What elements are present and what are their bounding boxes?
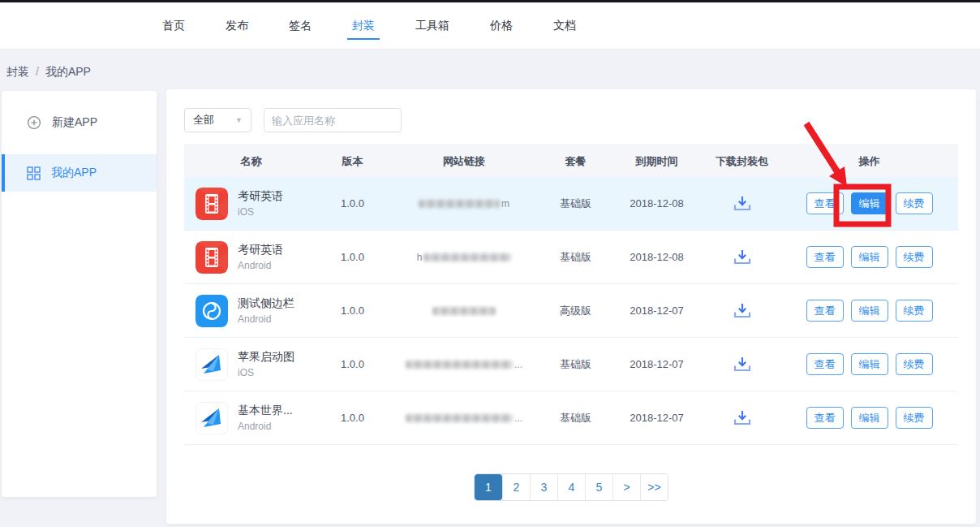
view-button[interactable]: 查看 (806, 246, 844, 268)
nav-item-link[interactable]: 首页 (157, 2, 190, 49)
nav-item-link[interactable]: 发布 (221, 2, 253, 49)
app-name-cell: 测试侧边栏Android (184, 295, 318, 327)
app-name-cell: 基本世界...Android (184, 402, 318, 434)
renew-button[interactable]: 续费 (896, 353, 933, 375)
download-cell[interactable] (703, 409, 780, 426)
app-version: 1.0.0 (318, 251, 387, 263)
app-platform: iOS (238, 206, 283, 218)
table-header-row: 名称版本网站链接套餐到期时间下载封装包操作 (184, 145, 958, 177)
breadcrumb-item-my-app: 我的APP (45, 65, 91, 78)
renew-button[interactable]: 续费 (896, 407, 933, 429)
next-page-button[interactable]: > (612, 474, 640, 500)
app-name: 测试侧边栏 (238, 296, 294, 311)
nav-item-link[interactable]: 签名 (284, 2, 316, 49)
download-icon[interactable] (733, 302, 752, 319)
nav-item-link[interactable]: 文档 (548, 2, 581, 49)
app-name-cell: 考研英语iOS (184, 188, 318, 220)
breadcrumb-item-package[interactable]: 封装 (6, 65, 29, 78)
blurred-url (406, 361, 513, 369)
edit-button[interactable]: 编辑 (851, 407, 888, 429)
blurred-url (406, 414, 513, 422)
app-name: 考研英语 (238, 189, 283, 204)
download-cell[interactable] (703, 356, 780, 373)
website-link-cell: ... (387, 359, 541, 370)
page-button-4[interactable]: 4 (557, 474, 585, 500)
view-button[interactable]: 查看 (806, 407, 844, 429)
toolbar: 全部 ▼ (184, 108, 402, 132)
app-version: 1.0.0 (318, 412, 387, 424)
film-app-icon (196, 188, 228, 220)
link-visible-suffix: m (501, 198, 509, 210)
table-row: 考研英语Android1.0.0h基础版2018-12-08查看编辑续费 (184, 231, 958, 284)
link-visible-prefix: h (417, 252, 423, 263)
app-version: 1.0.0 (318, 358, 387, 370)
page-button-1[interactable]: 1 (475, 474, 502, 500)
plus-circle-icon (27, 115, 41, 130)
filter-select-value: 全部 (193, 113, 214, 127)
nav-list: 首页发布签名封装工具箱价格文档 (157, 2, 980, 49)
expiry-date: 2018-12-07 (610, 305, 703, 317)
app-name: 考研英语 (238, 243, 283, 257)
edit-button[interactable]: 编辑 (851, 300, 888, 322)
search-box (264, 108, 402, 132)
page-button-5[interactable]: 5 (585, 474, 612, 500)
table-row: 测试侧边栏Android1.0.0高级版2018-12-07查看编辑续费 (184, 284, 958, 338)
blurred-url (432, 307, 496, 315)
nav-item-link[interactable]: 价格 (485, 2, 518, 49)
apps-table: 名称版本网站链接套餐到期时间下载封装包操作 考研英语iOS1.0.0m基础版20… (184, 145, 958, 445)
download-icon[interactable] (733, 409, 752, 426)
actions-cell: 查看编辑续费 (780, 300, 958, 322)
paper-plane-app-icon (196, 348, 228, 381)
expiry-date: 2018-12-08 (610, 251, 703, 263)
pagination: 12345>>> (474, 473, 668, 501)
edit-button[interactable]: 编辑 (851, 353, 888, 375)
renew-button[interactable]: 续费 (896, 192, 933, 214)
column-header: 操作 (780, 154, 958, 169)
renew-button[interactable]: 续费 (896, 246, 933, 268)
download-icon[interactable] (733, 248, 752, 266)
edit-button[interactable]: 编辑 (851, 246, 888, 268)
app-version: 1.0.0 (318, 197, 387, 210)
download-icon[interactable] (733, 356, 752, 373)
app-version: 1.0.0 (318, 305, 387, 317)
page-button-2[interactable]: 2 (502, 474, 530, 500)
actions-cell: 查看编辑续费 (780, 192, 958, 214)
column-header: 下载封装包 (703, 154, 780, 169)
sidebar-item-label: 新建APP (52, 115, 97, 130)
download-cell[interactable] (703, 248, 780, 266)
package-tier: 基础版 (541, 250, 610, 265)
edit-button[interactable]: 编辑 (851, 192, 888, 214)
app-platform: Android (238, 260, 283, 271)
chevron-down-icon: ▼ (235, 116, 243, 124)
column-header: 套餐 (541, 154, 610, 169)
sidebar-item[interactable]: 我的APP (2, 154, 157, 192)
package-tier: 基础版 (541, 411, 610, 425)
download-cell[interactable] (703, 302, 780, 319)
filter-select[interactable]: 全部 ▼ (184, 108, 251, 132)
last-page-button[interactable]: >> (640, 474, 668, 500)
page-button-3[interactable]: 3 (530, 474, 557, 500)
download-cell[interactable] (703, 195, 780, 212)
sphere-app-icon (196, 295, 228, 327)
sidebar: 新建APP我的APP (2, 91, 157, 497)
actions-cell: 查看编辑续费 (780, 407, 958, 429)
view-button[interactable]: 查看 (806, 300, 844, 322)
website-link-cell: h (387, 252, 541, 263)
package-tier: 基础版 (541, 197, 610, 211)
nav-item-active[interactable]: 封装 (347, 2, 380, 49)
search-input[interactable] (272, 114, 415, 127)
main-panel: 全部 ▼ 名称版本网站链接套餐到期时间下载封装包操作 考研英语iOS1.0.0m… (166, 89, 976, 524)
sidebar-item[interactable]: 新建APP (2, 104, 157, 141)
view-button[interactable]: 查看 (806, 353, 844, 375)
blurred-url (423, 253, 511, 261)
sidebar-item-label: 我的APP (51, 166, 97, 180)
expiry-date: 2018-12-08 (610, 197, 703, 210)
download-icon[interactable] (733, 195, 752, 212)
renew-button[interactable]: 续费 (896, 300, 933, 322)
column-header: 名称 (184, 154, 318, 169)
nav-item-link[interactable]: 工具箱 (410, 2, 454, 49)
link-visible-suffix: ... (514, 359, 522, 370)
view-button[interactable]: 查看 (806, 192, 844, 214)
film-app-icon (196, 241, 228, 274)
app-platform: Android (238, 313, 294, 325)
